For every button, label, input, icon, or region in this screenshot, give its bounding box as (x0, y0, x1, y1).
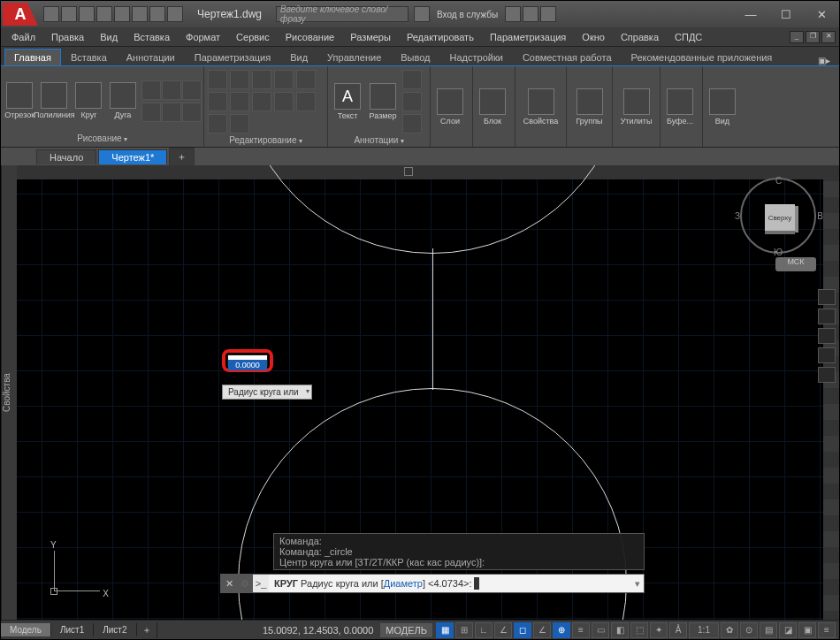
hatch-icon[interactable] (182, 80, 202, 100)
polar-toggle[interactable]: ∠ (494, 622, 512, 638)
model-tab[interactable]: Модель (1, 623, 51, 636)
help-icon[interactable] (540, 6, 556, 22)
qat-saveas-icon[interactable] (96, 6, 112, 22)
tool-groups[interactable]: Группы (570, 88, 608, 126)
tool-block[interactable]: Блок (477, 88, 508, 126)
tool-line[interactable]: Отрезок (4, 82, 34, 119)
signin-icon[interactable] (414, 6, 430, 22)
tab-featured[interactable]: Рекомендованные приложения (622, 49, 783, 65)
trim-icon[interactable] (252, 70, 271, 89)
drawn-vline[interactable] (432, 248, 433, 390)
stretch-icon[interactable] (230, 92, 249, 111)
tab-addins[interactable]: Надстройки (440, 49, 513, 65)
nav-wheel-icon[interactable] (818, 289, 836, 305)
qat-undo-icon[interactable] (132, 6, 148, 22)
signin-label[interactable]: Вход в службы (431, 10, 503, 19)
ucs-icon[interactable]: Y X (42, 545, 103, 607)
layout1-tab[interactable]: Лист1 (51, 623, 94, 636)
scale-button[interactable]: 1:1 (689, 622, 719, 638)
customize-button[interactable]: ≡ (818, 622, 836, 638)
tab-param[interactable]: Параметризация (185, 49, 280, 65)
leader-icon[interactable] (402, 70, 422, 89)
menu-insert[interactable]: Вставка (126, 30, 177, 44)
menu-format[interactable]: Формат (179, 30, 227, 44)
cmd-options-icon[interactable]: ⚙ (237, 575, 253, 592)
nav-pan-icon[interactable] (818, 309, 836, 324)
viewcube-wcs[interactable]: МСК (775, 257, 816, 271)
menu-dims[interactable]: Размеры (343, 30, 398, 44)
tab-home[interactable]: Главная (4, 49, 61, 65)
qc-toggle[interactable]: ◧ (611, 622, 629, 638)
menu-spds[interactable]: СПДС (668, 30, 709, 44)
point-icon[interactable] (162, 103, 181, 122)
grid-toggle[interactable]: ▦ (436, 622, 454, 638)
menu-modify[interactable]: Редактировать (400, 30, 481, 44)
tool-utils[interactable]: Утилиты (616, 88, 656, 126)
cleanscreen-toggle[interactable]: ▣ (798, 622, 816, 638)
copy-icon[interactable] (274, 70, 294, 89)
dynamic-input[interactable] (227, 354, 268, 367)
cmd-close-icon[interactable]: ✕ (221, 575, 237, 592)
qat-workspace-icon[interactable] (167, 6, 183, 22)
annovis-toggle[interactable]: ⊙ (740, 622, 758, 638)
viewcube[interactable]: Сверху С Ю З В (740, 178, 816, 254)
table-icon[interactable] (402, 92, 422, 111)
move-icon[interactable] (208, 70, 227, 89)
tool-polyline[interactable]: Полилиния (38, 82, 70, 119)
hw-toggle[interactable]: ▤ (760, 622, 777, 638)
viewcube-w[interactable]: З (735, 211, 740, 221)
array-icon[interactable] (274, 92, 294, 111)
region-icon[interactable] (182, 103, 202, 122)
menu-param[interactable]: Параметризация (483, 30, 573, 44)
tab-view[interactable]: Вид (280, 49, 317, 65)
panel-draw-label[interactable]: Рисование (4, 132, 200, 143)
sel-toggle[interactable]: ⬚ (630, 622, 648, 638)
dyn-toggle[interactable]: ⊕ (553, 622, 570, 638)
snap-toggle[interactable]: ⊞ (455, 622, 473, 638)
mirror-icon[interactable] (296, 70, 316, 89)
cmd-dropdown-icon[interactable]: ▾ (631, 578, 644, 590)
explode-icon[interactable] (208, 114, 227, 133)
docclose-button[interactable]: ✕ (821, 31, 836, 43)
menu-view[interactable]: Вид (93, 30, 125, 44)
close-button[interactable]: ✕ (804, 1, 839, 27)
layout2-tab[interactable]: Лист2 (94, 623, 136, 636)
nav-showmotion-icon[interactable] (818, 367, 836, 383)
ribbon-expand-icon[interactable]: ▣▸ (818, 56, 836, 65)
osnap-toggle[interactable]: ◻ (514, 622, 531, 638)
qat-redo-icon[interactable] (149, 6, 165, 22)
tool-arc[interactable]: Дуга (108, 82, 138, 119)
menu-draw[interactable]: Рисование (279, 30, 341, 44)
mtext-icon[interactable] (402, 114, 422, 133)
exchange-icon[interactable] (505, 6, 521, 22)
otrack-toggle[interactable]: ∠ (533, 622, 551, 638)
start-tab[interactable]: Начало (36, 149, 96, 164)
tool-layers[interactable]: Слои (434, 88, 466, 126)
status-mode-button[interactable]: МОДЕЛЬ (380, 623, 432, 637)
new-tab-button[interactable]: ＋ (169, 148, 195, 165)
gz-toggle[interactable]: ✦ (650, 622, 668, 638)
maximize-button[interactable]: ☐ (768, 1, 804, 27)
layout-add-button[interactable]: ＋ (137, 622, 157, 638)
command-line[interactable]: ✕ ⚙ >_ КРУГ Радиус круга или [Диаметр] <… (220, 574, 645, 593)
panel-annot-label[interactable]: Аннотации (332, 133, 426, 145)
tool-properties[interactable]: Свойства (519, 88, 562, 126)
ortho-toggle[interactable]: ∟ (475, 622, 493, 638)
rotate-icon[interactable] (230, 70, 249, 89)
menu-edit[interactable]: Правка (44, 30, 91, 44)
tab-output[interactable]: Вывод (391, 49, 439, 65)
drawing-canvas[interactable]: Радиус круга или Y X Сверху С Ю З В МСК (17, 165, 839, 620)
file-tab-0[interactable]: Чертеж1* (98, 149, 167, 164)
panel-modify-label[interactable]: Редактирование (208, 133, 324, 145)
menu-help[interactable]: Справка (614, 30, 666, 44)
tab-insert[interactable]: Вставка (61, 49, 117, 65)
qat-new-icon[interactable] (43, 6, 59, 22)
tool-dim[interactable]: Размер (367, 83, 399, 120)
fillet-icon[interactable] (208, 92, 227, 111)
cart-icon[interactable] (523, 6, 538, 22)
tab-annot[interactable]: Аннотации (117, 49, 185, 65)
qat-save-icon[interactable] (79, 6, 95, 22)
ann-toggle[interactable]: Å (669, 622, 687, 638)
tool-circle[interactable]: Круг (73, 82, 103, 119)
menu-file[interactable]: Файл (4, 30, 42, 44)
